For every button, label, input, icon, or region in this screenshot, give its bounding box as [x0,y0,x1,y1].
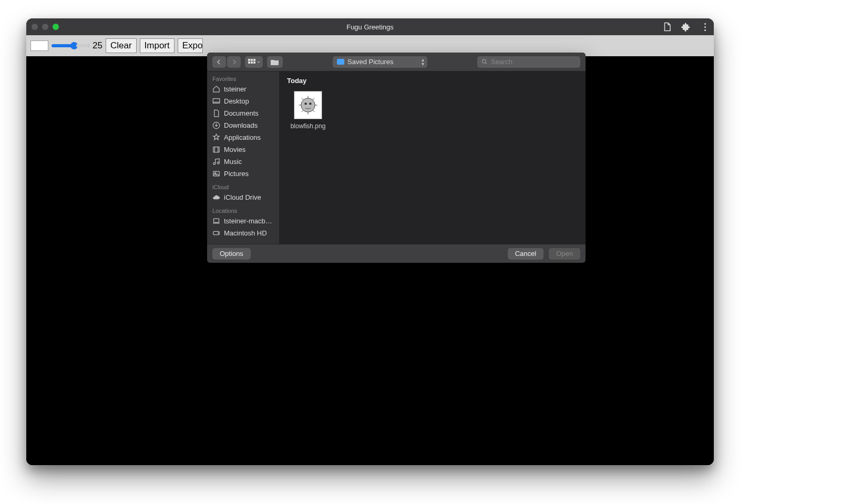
search-input[interactable] [491,58,576,66]
svg-line-23 [313,110,315,112]
movies-icon [212,146,220,153]
sidebar-item-movies[interactable]: Movies [207,143,279,156]
dialog-sidebar: Favorites tsteiner Desktop Documents Dow… [207,71,280,244]
chevron-updown-icon: ▴▾ [422,58,424,66]
sidebar-item-downloads[interactable]: Downloads [207,119,279,131]
sidebar-item-pictures[interactable]: Pictures [207,168,279,180]
sidebar-item-home[interactable]: tsteiner [207,83,279,95]
sidebar-item-applications[interactable]: Applications [207,131,279,143]
svg-rect-9 [213,147,219,152]
section-header-today: Today [280,71,586,88]
svg-line-27 [302,98,304,100]
svg-point-10 [213,162,216,164]
svg-rect-1 [251,59,253,61]
file-browser-content: Today [280,71,586,244]
file-open-dialog: Saved Pictures ▴▾ Favorites tsteiner Des… [207,53,586,263]
sidebar-group-locations: Locations [207,203,279,215]
app-window: Fugu Greetings 25 Clear Import Export [26,18,714,465]
location-dropdown[interactable]: Saved Pictures ▴▾ [333,56,427,68]
close-window-button[interactable] [32,24,38,30]
music-icon [212,158,220,166]
folder-icon [337,59,344,65]
svg-point-17 [301,98,315,112]
nav-forward-button[interactable] [227,56,241,68]
sidebar-item-icloud-drive[interactable]: iCloud Drive [207,191,279,203]
brush-size-slider[interactable] [52,44,89,47]
search-icon [481,58,488,65]
sidebar-item-disk[interactable]: Macintosh HD [207,227,279,239]
export-button[interactable]: Export [178,38,203,53]
menu-icon[interactable] [700,22,710,32]
minimize-window-button[interactable] [42,24,48,30]
brush-size-value: 25 [93,40,102,51]
svg-rect-4 [251,61,253,64]
desktop-icon [212,97,220,105]
cloud-icon [212,193,220,201]
sidebar-item-desktop[interactable]: Desktop [207,95,279,107]
sidebar-group-icloud: iCloud [207,180,279,191]
svg-line-25 [302,110,304,112]
dialog-toolbar: Saved Pictures ▴▾ [207,53,586,71]
doc-icon [212,109,220,117]
nav-back-button[interactable] [212,56,226,68]
search-field[interactable] [477,56,580,68]
file-item[interactable]: blowfish.png [287,91,329,130]
document-icon[interactable] [662,22,672,32]
options-button[interactable]: Options [212,248,251,260]
svg-point-16 [218,233,219,233]
svg-rect-3 [248,61,250,64]
svg-rect-0 [248,59,250,61]
sidebar-group-favorites: Favorites [207,71,279,83]
download-icon [212,121,220,129]
maximize-window-button[interactable] [53,24,59,30]
cancel-button[interactable]: Cancel [508,248,543,260]
clear-button[interactable]: Clear [106,38,137,53]
svg-point-18 [304,102,306,105]
sidebar-item-documents[interactable]: Documents [207,107,279,119]
file-thumbnail [294,91,322,119]
svg-line-21 [313,98,315,100]
home-icon [212,85,220,93]
color-picker[interactable] [30,40,48,51]
svg-rect-2 [253,59,255,61]
window-controls [32,24,59,30]
import-button[interactable]: Import [140,38,175,53]
sidebar-item-computer[interactable]: tsteiner-macb… [207,215,279,227]
group-button[interactable] [267,56,283,68]
pictures-icon [212,170,220,178]
dialog-footer: Options Cancel Open [207,244,586,263]
disk-icon [212,229,220,237]
svg-point-19 [309,102,311,105]
sidebar-item-music[interactable]: Music [207,156,279,168]
laptop-icon [212,217,220,225]
window-title: Fugu Greetings [26,23,714,31]
location-label: Saved Pictures [347,58,393,66]
file-name: blowfish.png [287,122,329,130]
apps-icon [212,133,220,141]
extensions-icon[interactable] [681,22,691,32]
view-mode-button[interactable] [245,56,263,68]
open-button[interactable]: Open [549,248,580,260]
svg-point-6 [482,59,486,63]
svg-rect-5 [253,61,255,64]
svg-point-11 [217,162,219,164]
titlebar: Fugu Greetings [26,18,714,35]
svg-rect-14 [214,219,219,222]
